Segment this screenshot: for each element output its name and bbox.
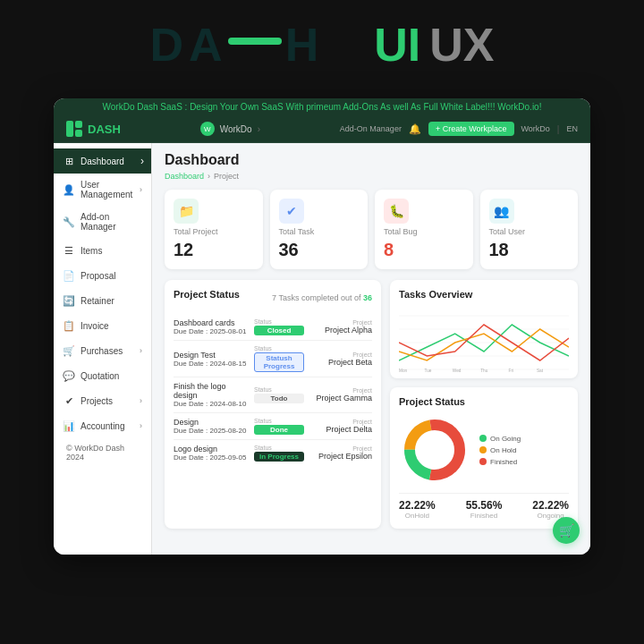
tasks-overview-chart: Mon Tue Wed Thu Fri Sat xyxy=(399,307,569,369)
sidebar: ⊞ Dashboard 👤 User Management › 🔧 Add-on… xyxy=(54,143,152,555)
items-icon: ☰ xyxy=(63,244,75,257)
app-header: DASH W WorkDo › Add-On Manager 🔔 + Creat… xyxy=(54,115,590,143)
project-row-2: Finish the logo design Due Date : 2024-0… xyxy=(174,377,372,413)
sidebar-label-quotation: Quotation xyxy=(80,371,119,381)
sidebar-item-proposal[interactable]: 📄 Proposal xyxy=(54,263,151,288)
bell-icon[interactable]: 🔔 xyxy=(409,123,421,135)
due-date-3: Due Date : 2025-08-20 xyxy=(174,427,249,435)
legend-dot-ongoing xyxy=(479,435,487,442)
tasks-overview-card: Tasks Overview xyxy=(390,280,578,378)
sidebar-label-accounting: Accounting xyxy=(80,421,124,431)
breadcrumb-separator: › xyxy=(208,172,210,181)
project-status-table-card: Project Status 7 Tasks completed out of … xyxy=(165,280,381,529)
notif-text: WorkDo Dash SaaS : Design Your Own SaaS … xyxy=(103,102,542,112)
stat-card-total-user: 👥 Total User 18 xyxy=(480,190,579,269)
sidebar-item-dashboard[interactable]: ⊞ Dashboard xyxy=(54,148,151,174)
status-col-1: Status Statush Progress xyxy=(254,345,304,372)
accounting-arrow: › xyxy=(140,421,142,430)
projects-icon: ✔ xyxy=(63,394,75,407)
donut-pct-finished: 55.56% xyxy=(466,499,503,512)
user-management-arrow: › xyxy=(140,185,142,194)
project-status-donut-title: Project Status xyxy=(399,396,569,407)
dashboard-card: WorkDo Dash SaaS : Design Your Own SaaS … xyxy=(54,98,590,555)
stat-card-total-task: ✔ Total Task 36 xyxy=(270,190,369,269)
right-column: Tasks Overview xyxy=(390,280,578,529)
project-info-1: Design Test Due Date : 2024-08-15 xyxy=(174,351,249,368)
project-name-2: Finish the logo design xyxy=(174,382,249,400)
status-col-4: Status In Progress xyxy=(254,445,304,462)
breadcrumb-home[interactable]: Dashboard xyxy=(165,172,204,181)
svg-text:Thu: Thu xyxy=(480,369,487,373)
project-right-0: Project Project Alpha xyxy=(309,319,372,335)
purchases-icon: 🛒 xyxy=(63,344,75,357)
total-project-label: Total Project xyxy=(174,227,254,236)
svg-text:Mon: Mon xyxy=(399,369,407,373)
sidebar-label-proposal: Proposal xyxy=(80,271,115,281)
addon-manager-icon: 🔧 xyxy=(63,216,75,228)
create-workplace-button[interactable]: + Create Workplace xyxy=(428,122,514,136)
sidebar-item-items[interactable]: ☰ Items xyxy=(54,238,151,263)
donut-legend: On Going On Hold Finished xyxy=(479,435,521,466)
sidebar-item-invoice[interactable]: 📋 Invoice xyxy=(54,313,151,338)
fab-button[interactable]: 🛒 xyxy=(553,517,580,544)
donut-stats-row: 22.22% OnHold 55.56% Finished 22.22% Ong… xyxy=(399,493,569,520)
sidebar-item-addon-manager[interactable]: 🔧 Add-on Manager xyxy=(54,206,151,238)
sidebar-item-user-management[interactable]: 👤 User Management › xyxy=(54,174,151,206)
header-nav: W WorkDo › xyxy=(200,122,260,136)
breadcrumb-current: Project xyxy=(214,172,239,181)
project-info-2: Finish the logo design Due Date : 2024-0… xyxy=(174,382,249,408)
notification-bar: WorkDo Dash SaaS : Design Your Own SaaS … xyxy=(54,98,590,115)
page-title-row: Dashboard xyxy=(165,152,578,168)
svg-rect-1 xyxy=(75,121,82,128)
lower-row: Project Status 7 Tasks completed out of … xyxy=(165,280,578,529)
addon-manager-link[interactable]: Add-On Manager xyxy=(340,124,402,133)
nav-separator: › xyxy=(258,124,260,134)
total-project-icon: 📁 xyxy=(174,199,199,224)
legend-ongoing: On Going xyxy=(479,435,521,443)
projects-arrow: › xyxy=(140,396,142,405)
user-management-icon: 👤 xyxy=(63,183,75,196)
main-layout: ⊞ Dashboard 👤 User Management › 🔧 Add-on… xyxy=(54,143,590,555)
donut-lbl-onhold: OnHold xyxy=(399,512,436,520)
invoice-icon: 📋 xyxy=(63,319,75,332)
legend-onhold: On Hold xyxy=(479,446,521,454)
top-banner: D A H UI UX xyxy=(0,0,644,89)
stat-card-total-bug: 🐛 Total Bug 8 xyxy=(375,190,473,269)
chart-svg: Mon Tue Wed Thu Fri Sat xyxy=(399,307,569,374)
sidebar-label-invoice: Invoice xyxy=(80,321,109,331)
main-content: Dashboard Dashboard › Project 📁 Total Pr… xyxy=(152,143,590,555)
workdo-dropdown[interactable]: WorkDo xyxy=(521,124,550,133)
workspace-icon: W xyxy=(200,122,215,136)
workspace-label: WorkDo xyxy=(220,124,252,134)
project-name-1: Design Test xyxy=(174,351,249,360)
project-status-donut-card: Project Status xyxy=(390,387,578,529)
donut-lbl-finished: Finished xyxy=(466,512,503,520)
legend-label-ongoing: On Going xyxy=(490,435,521,443)
sidebar-item-purchases[interactable]: 🛒 Purchases › xyxy=(54,338,151,363)
sidebar-label-projects: Projects xyxy=(80,396,113,406)
brand-ux: UX xyxy=(429,18,494,72)
tasks-complete-text: 7 Tasks completed out of 36 xyxy=(272,293,372,302)
language-selector[interactable]: EN xyxy=(566,124,578,133)
due-date-2: Due Date : 2024-08-10 xyxy=(174,400,249,408)
donut-chart-svg xyxy=(399,414,470,486)
divider-1: | xyxy=(557,124,560,134)
project-info-3: Design Due Date : 2025-08-20 xyxy=(174,418,249,435)
brand-d: D xyxy=(150,18,186,72)
sidebar-item-quotation[interactable]: 💬 Quotation xyxy=(54,363,151,388)
svg-text:Wed: Wed xyxy=(453,369,462,373)
svg-text:Tue: Tue xyxy=(425,369,432,373)
sidebar-item-projects[interactable]: ✔ Projects › xyxy=(54,388,151,413)
sidebar-item-retainer[interactable]: 🔄 Retainer xyxy=(54,288,151,313)
svg-text:Sat: Sat xyxy=(537,369,544,373)
sidebar-item-accounting[interactable]: 📊 Accounting › xyxy=(54,413,151,438)
project-right-1: Project Project Beta xyxy=(309,352,372,367)
donut-stat-onhold: 22.22% OnHold xyxy=(399,499,436,520)
stat-card-total-project: 📁 Total Project 12 xyxy=(165,190,263,269)
proposal-icon: 📄 xyxy=(63,269,75,282)
status-badge-4: In Progress xyxy=(254,452,304,462)
table-header-row: Project Status 7 Tasks completed out of … xyxy=(174,289,372,307)
legend-label-finished: Finished xyxy=(490,458,517,466)
project-right-4: Project Project Epsilon xyxy=(309,445,372,461)
legend-dot-onhold xyxy=(479,446,487,453)
